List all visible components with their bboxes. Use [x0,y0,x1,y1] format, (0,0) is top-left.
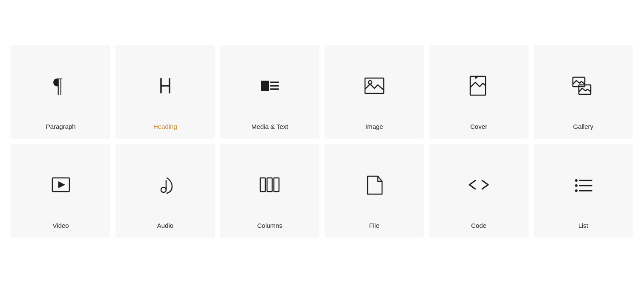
image-label: Image [365,123,383,130]
svg-point-21 [575,189,578,192]
code-icon [466,157,492,213]
block-item-list[interactable]: List [534,144,633,238]
paragraph-icon: ¶ [48,58,74,114]
columns-icon [257,157,282,213]
svg-rect-15 [267,178,272,192]
audio-icon [152,157,178,213]
file-label: File [369,222,380,229]
svg-point-12 [161,187,166,192]
block-item-media-text[interactable]: Media & Text [220,45,319,139]
svg-rect-14 [260,178,265,192]
block-item-code[interactable]: Code [429,144,528,238]
cover-label: Cover [470,123,487,130]
video-icon [48,157,74,213]
blocks-grid: ¶ Paragraph Heading Media & Text Image C… [11,45,633,238]
media-text-icon [257,58,282,114]
block-item-paragraph[interactable]: ¶ Paragraph [11,45,110,139]
file-icon [362,157,387,213]
block-item-audio[interactable]: Audio [115,144,215,238]
block-item-columns[interactable]: Columns [220,144,319,238]
block-item-file[interactable]: File [325,144,424,238]
list-icon [570,157,596,213]
media-text-label: Media & Text [251,123,288,130]
heading-icon [152,58,178,114]
block-item-video[interactable]: Video [11,144,110,238]
block-item-gallery[interactable]: Gallery [534,45,633,139]
video-label: Video [53,222,69,229]
svg-rect-1 [261,81,269,91]
svg-point-19 [575,184,578,187]
svg-marker-11 [58,181,65,188]
paragraph-label: Paragraph [46,123,76,130]
svg-text:¶: ¶ [53,74,63,96]
list-label: List [578,222,588,229]
block-item-heading[interactable]: Heading [115,45,215,139]
svg-point-17 [575,179,578,182]
gallery-label: Gallery [573,123,594,130]
block-item-cover[interactable]: Cover [429,45,528,139]
image-icon [362,58,387,114]
svg-rect-16 [274,178,279,192]
code-label: Code [471,222,486,229]
audio-label: Audio [157,222,173,229]
svg-point-6 [368,81,372,84]
gallery-icon [570,58,596,114]
cover-icon [466,58,492,114]
block-item-image[interactable]: Image [325,45,424,139]
columns-label: Columns [257,222,282,229]
heading-label: Heading [153,123,177,130]
